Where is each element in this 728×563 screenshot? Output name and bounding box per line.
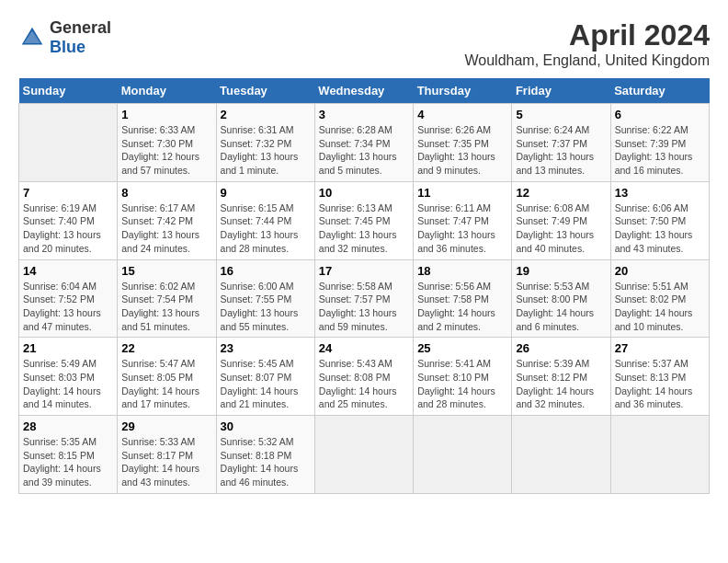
day-number: 24 <box>319 341 409 355</box>
day-number: 25 <box>417 341 507 355</box>
day-info: Sunrise: 6:13 AMSunset: 7:45 PMDaylight:… <box>319 201 409 256</box>
day-info: Sunrise: 5:56 AMSunset: 7:58 PMDaylight:… <box>417 280 507 334</box>
day-number: 16 <box>221 264 311 278</box>
calendar-cell: 18Sunrise: 5:56 AMSunset: 7:58 PMDayligh… <box>414 259 512 338</box>
day-info: Sunrise: 5:49 AMSunset: 8:03 PMDaylight:… <box>23 357 113 411</box>
calendar-cell: 11Sunrise: 6:11 AMSunset: 7:47 PMDayligh… <box>414 181 512 259</box>
calendar-cell: 19Sunrise: 5:53 AMSunset: 8:00 PMDayligh… <box>512 259 610 338</box>
calendar-cell <box>314 416 413 494</box>
day-header-thursday: Thursday <box>414 78 512 104</box>
week-row-1: 1Sunrise: 6:33 AMSunset: 7:30 PMDaylight… <box>19 104 710 182</box>
day-number: 14 <box>23 264 113 278</box>
day-number: 15 <box>121 264 211 278</box>
day-number: 22 <box>121 341 211 355</box>
day-info: Sunrise: 5:32 AMSunset: 8:18 PMDaylight:… <box>221 435 311 489</box>
calendar-cell: 6Sunrise: 6:22 AMSunset: 7:39 PMDaylight… <box>610 104 709 182</box>
location-subtitle: Wouldham, England, United Kingdom <box>464 52 710 69</box>
calendar-cell: 26Sunrise: 5:39 AMSunset: 8:12 PMDayligh… <box>512 338 610 416</box>
calendar-cell <box>512 416 610 494</box>
logo-blue-text: Blue <box>50 38 111 57</box>
day-number: 17 <box>319 264 409 278</box>
calendar-cell: 22Sunrise: 5:47 AMSunset: 8:05 PMDayligh… <box>118 338 216 416</box>
calendar-cell: 30Sunrise: 5:32 AMSunset: 8:18 PMDayligh… <box>216 416 314 494</box>
calendar-cell: 5Sunrise: 6:24 AMSunset: 7:37 PMDaylight… <box>512 104 610 182</box>
day-number: 26 <box>516 341 606 355</box>
calendar-cell: 24Sunrise: 5:43 AMSunset: 8:08 PMDayligh… <box>314 338 413 416</box>
day-header-friday: Friday <box>512 78 610 104</box>
calendar-cell: 13Sunrise: 6:06 AMSunset: 7:50 PMDayligh… <box>610 181 709 259</box>
calendar-cell: 20Sunrise: 5:51 AMSunset: 8:02 PMDayligh… <box>610 259 709 338</box>
day-info: Sunrise: 5:41 AMSunset: 8:10 PMDaylight:… <box>417 357 507 411</box>
day-info: Sunrise: 6:15 AMSunset: 7:44 PMDaylight:… <box>221 201 311 256</box>
calendar-cell: 8Sunrise: 6:17 AMSunset: 7:42 PMDaylight… <box>118 181 216 259</box>
calendar-cell: 10Sunrise: 6:13 AMSunset: 7:45 PMDayligh… <box>314 181 413 259</box>
calendar-cell: 23Sunrise: 5:45 AMSunset: 8:07 PMDayligh… <box>216 338 314 416</box>
day-info: Sunrise: 6:06 AMSunset: 7:50 PMDaylight:… <box>615 201 705 256</box>
calendar-table: SundayMondayTuesdayWednesdayThursdayFrid… <box>18 78 710 494</box>
calendar-cell: 7Sunrise: 6:19 AMSunset: 7:40 PMDaylight… <box>19 181 118 259</box>
day-header-monday: Monday <box>118 78 216 104</box>
day-number: 3 <box>319 108 409 121</box>
days-of-week-row: SundayMondayTuesdayWednesdayThursdayFrid… <box>19 78 710 104</box>
week-row-4: 21Sunrise: 5:49 AMSunset: 8:03 PMDayligh… <box>19 338 710 416</box>
day-info: Sunrise: 6:26 AMSunset: 7:35 PMDaylight:… <box>417 123 507 178</box>
calendar-cell: 12Sunrise: 6:08 AMSunset: 7:49 PMDayligh… <box>512 181 610 259</box>
calendar-cell: 27Sunrise: 5:37 AMSunset: 8:13 PMDayligh… <box>610 338 709 416</box>
calendar-cell: 1Sunrise: 6:33 AMSunset: 7:30 PMDaylight… <box>118 104 216 182</box>
day-number: 30 <box>221 419 311 433</box>
day-header-tuesday: Tuesday <box>216 78 314 104</box>
calendar-header: SundayMondayTuesdayWednesdayThursdayFrid… <box>19 78 710 104</box>
day-number: 29 <box>121 419 211 433</box>
calendar-cell: 2Sunrise: 6:31 AMSunset: 7:32 PMDaylight… <box>216 104 314 182</box>
day-info: Sunrise: 5:39 AMSunset: 8:12 PMDaylight:… <box>516 357 606 411</box>
calendar-cell: 16Sunrise: 6:00 AMSunset: 7:55 PMDayligh… <box>216 259 314 338</box>
logo-text: General Blue <box>50 18 111 57</box>
day-number: 9 <box>221 186 311 200</box>
day-number: 28 <box>23 419 113 433</box>
week-row-5: 28Sunrise: 5:35 AMSunset: 8:15 PMDayligh… <box>19 416 710 494</box>
calendar-cell: 15Sunrise: 6:02 AMSunset: 7:54 PMDayligh… <box>118 259 216 338</box>
day-number: 12 <box>516 186 606 200</box>
week-row-3: 14Sunrise: 6:04 AMSunset: 7:52 PMDayligh… <box>19 259 710 338</box>
day-info: Sunrise: 6:08 AMSunset: 7:49 PMDaylight:… <box>516 201 606 256</box>
day-info: Sunrise: 5:58 AMSunset: 7:57 PMDaylight:… <box>319 280 409 334</box>
day-number: 4 <box>417 108 507 121</box>
calendar-cell <box>610 416 709 494</box>
logo-general-text: General <box>50 18 111 38</box>
day-info: Sunrise: 5:33 AMSunset: 8:17 PMDaylight:… <box>121 435 211 489</box>
calendar-cell: 29Sunrise: 5:33 AMSunset: 8:17 PMDayligh… <box>118 416 216 494</box>
day-info: Sunrise: 6:04 AMSunset: 7:52 PMDaylight:… <box>23 280 113 334</box>
day-info: Sunrise: 5:43 AMSunset: 8:08 PMDaylight:… <box>319 357 409 411</box>
calendar-cell: 3Sunrise: 6:28 AMSunset: 7:34 PMDaylight… <box>314 104 413 182</box>
week-row-2: 7Sunrise: 6:19 AMSunset: 7:40 PMDaylight… <box>19 181 710 259</box>
day-number: 23 <box>221 341 311 355</box>
calendar-cell: 17Sunrise: 5:58 AMSunset: 7:57 PMDayligh… <box>314 259 413 338</box>
day-number: 27 <box>615 341 705 355</box>
day-number: 10 <box>319 186 409 200</box>
day-number: 19 <box>516 264 606 278</box>
day-number: 2 <box>221 108 311 121</box>
day-number: 7 <box>23 186 113 200</box>
day-info: Sunrise: 5:37 AMSunset: 8:13 PMDaylight:… <box>615 357 705 411</box>
day-info: Sunrise: 6:19 AMSunset: 7:40 PMDaylight:… <box>23 201 113 256</box>
day-info: Sunrise: 6:31 AMSunset: 7:32 PMDaylight:… <box>221 123 311 178</box>
day-info: Sunrise: 6:11 AMSunset: 7:47 PMDaylight:… <box>417 201 507 256</box>
logo-icon <box>18 24 46 52</box>
calendar-cell: 9Sunrise: 6:15 AMSunset: 7:44 PMDaylight… <box>216 181 314 259</box>
day-number: 8 <box>121 186 211 200</box>
day-info: Sunrise: 6:24 AMSunset: 7:37 PMDaylight:… <box>516 123 606 178</box>
day-info: Sunrise: 5:35 AMSunset: 8:15 PMDaylight:… <box>23 435 113 489</box>
day-info: Sunrise: 5:47 AMSunset: 8:05 PMDaylight:… <box>121 357 211 411</box>
day-number: 6 <box>615 108 705 121</box>
day-header-saturday: Saturday <box>610 78 709 104</box>
title-section: April 2024 Wouldham, England, United Kin… <box>464 18 710 69</box>
month-year-title: April 2024 <box>464 18 710 52</box>
day-number: 11 <box>417 186 507 200</box>
day-header-wednesday: Wednesday <box>314 78 413 104</box>
calendar-cell: 4Sunrise: 6:26 AMSunset: 7:35 PMDaylight… <box>414 104 512 182</box>
day-number: 20 <box>615 264 705 278</box>
day-number: 5 <box>516 108 606 121</box>
day-info: Sunrise: 6:33 AMSunset: 7:30 PMDaylight:… <box>121 123 211 178</box>
calendar-cell: 25Sunrise: 5:41 AMSunset: 8:10 PMDayligh… <box>414 338 512 416</box>
day-info: Sunrise: 6:22 AMSunset: 7:39 PMDaylight:… <box>615 123 705 178</box>
